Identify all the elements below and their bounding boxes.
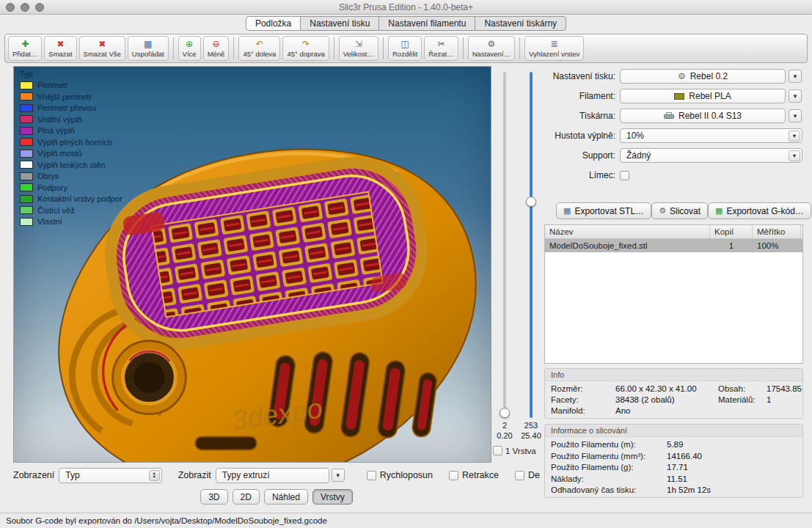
arrange-button[interactable]: ▦ Uspořádat [128,36,169,61]
printer-row: Tiskárna: Rebel II 0.4 S13 ▼ [544,109,803,123]
status-bar: Soubor G-code byl exportován do /Users/v… [0,513,812,528]
info-value: 1 [767,395,802,404]
cut-button[interactable]: ✂ Řezat… [424,36,458,61]
extrusion-type-dropdown-button[interactable]: ▼ [332,469,345,482]
filament-dropdown-button[interactable]: ▼ [789,89,802,103]
scale-button[interactable]: ⇲ Velikost… [339,36,378,61]
view-3d-button[interactable]: 3D [200,489,227,505]
delete-button[interactable]: ✖ Smazat [44,36,76,61]
more-icon: ⊕ [186,40,193,50]
brim-label: Límec: [544,170,615,180]
tab-plater[interactable]: Podložka [246,16,301,31]
show-label: Zobrazit [178,470,211,480]
view-mode-label: Zobrazení [13,470,54,480]
legend-label: Vnější perimetr [37,92,92,101]
legend-swatch [20,81,33,89]
legend-item: Vnitřní výplň [20,115,122,124]
toolbar-label: Více [183,50,197,58]
select-stepper-icon: ▲▼ [149,470,160,481]
travel-checkbox[interactable] [367,471,376,480]
legend-label: Výplň mostů [37,149,82,158]
chevron-down-icon[interactable]: ▼ [789,131,800,142]
info-label: Rozměr: [551,384,615,393]
chevron-down-icon: ▼ [792,93,798,100]
print-settings-combo[interactable]: ⚙ Rebel 0.2 [620,69,786,84]
toolbar-separator [173,37,174,59]
info-grid: Rozměr: 66.00 x 42.30 x 41.00 Obsah: 175… [545,381,802,418]
infill-value: 10% [626,131,644,141]
layer-slider-low-handle[interactable] [500,408,510,418]
extrusion-type-combo[interactable]: Typy extruzí [216,468,329,483]
delete-all-button[interactable]: ✖ Smazat Vše [79,36,125,61]
single-layer-label: 1 Vrstva [505,447,536,455]
legend-swatch [20,183,33,191]
rotate-right-button[interactable]: ↷ 45° doprava [282,36,329,61]
filament-combo[interactable]: Rebel PLA [620,89,786,103]
object-scale: 100% [753,241,801,250]
view-mode-select[interactable]: Typ ▲▼ [59,468,161,483]
add-button[interactable]: ✚ Přidat… [8,36,42,61]
objects-table[interactable]: Název Kopií Měřítko ModelDoSouboje_fixed… [544,224,803,364]
view-2d-button[interactable]: 2D [233,489,260,505]
filament-value: Rebel PLA [689,91,731,101]
export-gcode-button[interactable]: ▦ Exportovat G-kód… [708,202,811,219]
support-combo[interactable]: Žádný ▼ [620,148,802,163]
legend-item: Výplň plných horních [20,138,122,147]
legend-label: Perimetr převisu [37,103,96,112]
chevron-down-icon: ▼ [335,472,341,479]
column-header-name[interactable]: Název [545,225,710,239]
tab-printer-settings[interactable]: Nastavení tiskárny [475,16,566,31]
toolbar-label: Přidat… [12,50,37,58]
truncated-label: De [528,470,540,480]
layer-slider-panel: 2 253 0.20 25.40 1 Vrstva [491,66,544,463]
toolbar-label: 45° doprava [287,50,324,58]
split-button[interactable]: ◫ Rozdělit [388,36,422,61]
column-header-scale[interactable]: Měřítko [753,225,801,239]
column-header-copies[interactable]: Kopií [710,225,753,239]
toolbar-label: Řezat… [428,50,453,58]
layer-slider-high-handle[interactable] [526,197,536,207]
tab-print-settings[interactable]: Nastavení tisku [300,16,379,31]
export-stl-button[interactable]: ▦ Exportovat STL… [556,202,651,219]
printer-combo[interactable]: Rebel II 0.4 S13 [620,109,786,123]
fewer-icon: ⊖ [212,40,219,50]
filament-color-swatch [674,93,684,100]
print-settings-label: Nastavení tisku: [544,71,615,81]
layer-smoothing-button[interactable]: ≣ Vyhlazení vrstev [524,36,584,61]
export-gcode-label: Exportovat G-kód… [726,206,803,216]
support-value: Žádný [626,150,651,161]
legend-label: Obrys [37,172,59,180]
rotate-right-icon: ↷ [302,40,310,50]
slider-low-value: 2 [496,421,513,430]
info-label: Facety: [551,395,615,404]
brim-checkbox[interactable] [620,171,629,180]
more-copies-button[interactable]: ⊕ Více [178,36,201,61]
toolbar-label: Nastavení… [472,50,511,58]
object-name: ModelDoSouboje_fixed.stl [545,241,710,250]
rotate-left-button[interactable]: ↶ 45° doleva [238,36,280,61]
viewport-3d[interactable]: 3dexpo Typ Perimetr Vnější perimetr Peri… [13,66,491,463]
truncated-option: De [515,470,540,480]
retractions-checkbox[interactable] [449,471,458,480]
tab-label: Podložka [255,18,291,29]
export-gcode-icon: ▦ [715,207,723,215]
fewer-copies-button[interactable]: ⊖ Méně [203,36,230,61]
table-row[interactable]: ModelDoSouboje_fixed.stl 1 100% [545,239,802,252]
layer-slider-low[interactable] [503,72,506,418]
layer-slider-high[interactable] [530,72,533,418]
printer-dropdown-button[interactable]: ▼ [789,109,802,122]
toolbar-separator [383,37,384,59]
tab-filament-settings[interactable]: Nastavení filamentu [378,16,475,31]
slicing-label: Náklady: [551,474,667,483]
chevron-down-icon[interactable]: ▼ [789,150,800,161]
slice-button[interactable]: ⚙ Slicovat [651,202,708,219]
single-layer-checkbox[interactable] [493,446,502,455]
slicing-label: Použito Filamentu (m): [551,440,667,449]
view-layers-button[interactable]: Vrstvy [312,489,353,505]
infill-combo[interactable]: 10% ▼ [620,128,802,143]
tab-bar: Podložka Nastavení tisku Nastavení filam… [0,16,812,32]
view-preview-button[interactable]: Náhled [264,489,308,505]
truncated-checkbox[interactable] [515,471,524,480]
object-settings-button[interactable]: ⚙ Nastavení… [468,36,515,61]
print-settings-dropdown-button[interactable]: ▼ [789,70,802,83]
